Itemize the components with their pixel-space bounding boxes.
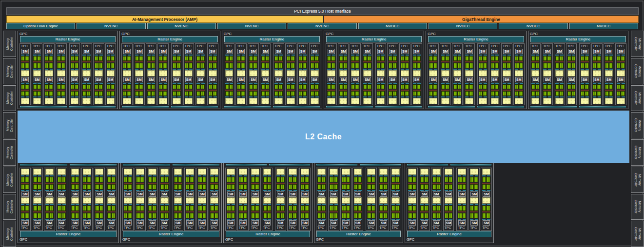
sm-block: SM [514,49,524,76]
sm-core-array [58,206,66,211]
sm-scheduler-bar [377,83,385,84]
sm-texture-bar [95,61,103,62]
sm-core-array [327,63,335,68]
sm-core-array [33,63,41,68]
sm-scheduler-bar [470,219,478,220]
sm-core-array [147,84,156,89]
sm-core-array [299,84,307,89]
sm-core-array [330,184,338,190]
sm-core-array [274,91,283,96]
sm-cache-bar [299,96,307,97]
sm-texture-bar [237,61,245,62]
sm-core-array [185,84,193,89]
sm-scheduler-bar [185,55,193,56]
sm-core-array [123,56,131,61]
sm-rt-core [225,98,234,104]
sm-core-array [543,91,551,96]
sm-core-array [470,184,478,190]
sm-rt-core [515,98,523,104]
sm-label: SM [409,220,416,226]
tpc-box: TPCSMSM [579,43,590,105]
tpc-box: TPCSMSM [489,43,501,105]
gigathread-engine-bar: GigaThread Engine [324,16,639,23]
sm-rt-core [289,169,297,175]
sm-block: SM [351,77,360,105]
sm-scheduler-bar [605,83,613,84]
sm-scheduler-bar [289,219,297,220]
sm-block: SM [20,77,30,105]
sm-core-array [429,91,437,96]
sm-core-array [503,84,511,89]
sm-label: SM [311,77,318,82]
sm-block: SM [363,49,372,76]
sm-rt-core [210,169,218,175]
tpc-label: TPC [261,44,270,48]
tpc-label: TPC [107,226,116,230]
tpc-box: SMSMTPC [122,168,134,231]
sm-scheduler-bar [342,190,350,191]
sm-core-array [185,56,193,61]
sm-core-array [147,56,156,61]
sm-core-array [327,84,335,89]
sm-rt-core [367,197,375,204]
sm-scheduler-bar [174,190,182,191]
tpc-label: TPC [363,44,372,48]
sm-texture-bar [420,183,429,184]
sm-core-array [225,91,234,96]
sm-cache-bar [57,69,65,70]
tpc-label: TPC [379,226,388,230]
tpc-label: TPC [276,226,285,230]
interconnect-bar [477,106,524,108]
sm-cache-bar [147,96,156,97]
sm-label: SM [21,77,29,82]
sm-label: SM [389,77,396,82]
sm-rt-core [470,169,478,175]
sm-scheduler-bar [45,219,54,220]
sm-core-array [249,63,257,68]
tpc-row: TPCSMSMTPCSMSMTPCSMSMTPCSMSMTPCSMSMTPCSM… [530,43,626,105]
sm-scheduler-bar [605,55,613,56]
sm-block: SM [95,169,104,197]
sm-label: SM [58,220,65,226]
sm-cache-bar [45,175,54,176]
sm-rt-core [58,197,66,204]
sm-core-array [432,184,441,190]
sm-label: SM [364,49,371,54]
sm-label: SM [377,49,385,54]
sm-scheduler-bar [33,55,41,56]
sm-scheduler-bar [263,219,272,220]
sm-core-array [482,213,490,218]
sm-label: SM [433,220,440,226]
memory-controller-label: Memory Controller [633,59,641,83]
sm-label: SM [433,191,440,197]
memory-controller-label: Memory Controller [633,113,641,137]
sm-block: SM [429,49,438,76]
sm-scheduler-bar [581,83,589,84]
sm-texture-bar [567,90,576,91]
sm-core-array [249,91,257,96]
sm-block: SM [286,77,295,105]
sm-label: SM [209,49,216,54]
sm-core-array [71,206,79,211]
sm-label: SM [58,191,65,197]
sm-scheduler-bar [71,190,79,191]
tpc-box: SMSMTPC [352,168,364,231]
sm-label: SM [72,191,79,197]
tpc-box: TPCSMSM [362,43,373,105]
sm-block: SM [453,49,462,76]
sm-texture-bar [317,211,326,212]
sm-cache-bar [136,175,144,176]
memory-controller-label: Memory Controller [633,32,641,56]
sm-block: SM [327,49,336,76]
sm-scheduler-bar [82,55,91,56]
sm-rt-core [289,197,297,204]
sm-label: SM [237,77,245,82]
tpc-box: TPCSMSM [309,43,320,105]
sm-scheduler-bar [287,55,295,56]
sm-rt-core [249,98,257,104]
sm-texture-bar [287,61,295,62]
sm-block: SM [469,169,479,197]
tpc-label: TPC [95,226,104,230]
sm-cache-bar [389,96,397,97]
sm-scheduler-bar [389,55,397,56]
